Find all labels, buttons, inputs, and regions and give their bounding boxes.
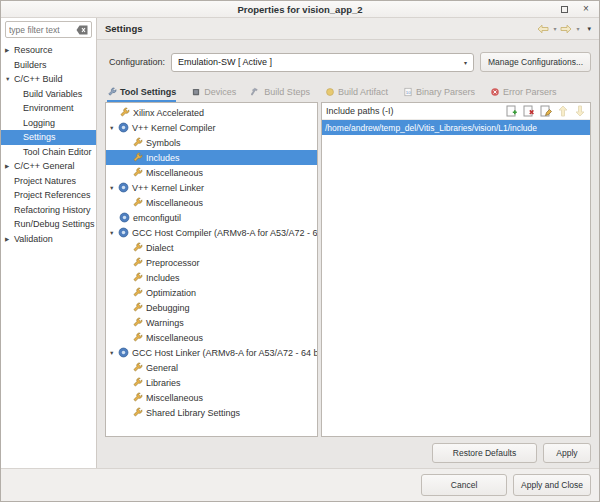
expander-expanded-icon[interactable]: ▼ [109, 125, 118, 131]
sidebar-item-cpp-build[interactable]: ▼C/C++ Build [1, 72, 96, 87]
sidebar-item-project-natures[interactable]: Project Natures [1, 174, 96, 189]
view-menu-icon[interactable]: ▾ [587, 25, 591, 33]
apply-and-close-button[interactable]: Apply and Close [513, 474, 591, 496]
tree-item-gcc-includes[interactable]: Includes [106, 270, 317, 285]
tree-item-emconfigutil[interactable]: emconfigutil [106, 210, 317, 225]
close-icon[interactable]: × [581, 4, 591, 14]
tree-item-preprocessor[interactable]: Preprocessor [106, 255, 317, 270]
sidebar-item-builders[interactable]: Builders [1, 58, 96, 73]
forward-menu-icon[interactable]: ▾ [576, 25, 579, 32]
tool-icon [119, 212, 130, 223]
move-up-icon[interactable] [557, 105, 569, 117]
tab-binary-parsers[interactable]: 10 Binary Parsers [403, 83, 475, 102]
tree-item-general[interactable]: General [106, 360, 317, 375]
wrench-icon [132, 377, 143, 388]
tool-icon [118, 182, 129, 193]
tree-item-optimization[interactable]: Optimization [106, 285, 317, 300]
svg-text:10: 10 [406, 89, 411, 94]
wrench-icon [132, 317, 143, 328]
clear-filter-icon[interactable] [76, 24, 88, 36]
wrench-icon [132, 272, 143, 283]
add-path-icon[interactable] [506, 105, 518, 117]
restore-defaults-button[interactable]: Restore Defaults [432, 443, 537, 463]
expander-collapsed-icon[interactable]: ▶ [5, 163, 14, 169]
tree-item-gcc-host-compiler[interactable]: ▼GCC Host Compiler (ARMv8-A for A53/A72 … [106, 225, 317, 240]
error-icon [490, 87, 500, 97]
expander-expanded-icon[interactable]: ▼ [109, 230, 118, 236]
tree-item-miscellaneous-compiler[interactable]: Miscellaneous [106, 165, 317, 180]
page-title: Settings [105, 23, 537, 34]
tree-item-includes[interactable]: Includes [106, 150, 317, 165]
wrench-icon [132, 287, 143, 298]
sidebar-item-tool-chain-editor[interactable]: Tool Chain Editor [1, 145, 96, 160]
move-down-icon[interactable] [574, 105, 586, 117]
wrench-icon [107, 87, 117, 97]
wrench-icon [132, 302, 143, 313]
include-paths-panel: Include paths (-I) /home/andrew/temp_del… [321, 102, 591, 437]
tree-item-debugging[interactable]: Debugging [106, 300, 317, 315]
sidebar-item-logging[interactable]: Logging [1, 116, 96, 131]
tool-icon [118, 122, 129, 133]
sidebar-item-cpp-general[interactable]: ▶C/C++ General [1, 159, 96, 174]
wrench-icon [132, 152, 143, 163]
tab-error-parsers[interactable]: Error Parsers [490, 83, 557, 102]
tree-item-shared-library-settings[interactable]: Shared Library Settings [106, 405, 317, 420]
dialog-footer: Cancel Apply and Close [1, 468, 599, 501]
window-title: Properties for vision_app_2 [1, 4, 599, 15]
tree-item-symbols[interactable]: Symbols [106, 135, 317, 150]
configuration-label: Configuration: [109, 57, 165, 67]
sidebar-item-project-references[interactable]: Project References [1, 188, 96, 203]
wrench-icon [132, 332, 143, 343]
tree-item-xilinx-accelerated[interactable]: Xilinx Accelerated [106, 105, 317, 120]
cancel-button[interactable]: Cancel [421, 474, 507, 496]
expander-expanded-icon[interactable]: ▼ [109, 350, 118, 356]
sidebar-item-settings[interactable]: Settings [1, 130, 96, 145]
tree-item-dialect[interactable]: Dialect [106, 240, 317, 255]
edit-path-icon[interactable] [540, 105, 552, 117]
titlebar: Properties for vision_app_2 × [1, 1, 599, 18]
forward-icon[interactable] [560, 23, 572, 35]
tab-build-artifact[interactable]: Build Artifact [325, 83, 388, 102]
expander-expanded-icon[interactable]: ▼ [5, 76, 14, 82]
page-header: Settings ▾ ▾ ▾ [97, 18, 599, 40]
tab-build-steps[interactable]: Build Steps [251, 83, 310, 102]
back-icon[interactable] [537, 23, 549, 35]
expander-expanded-icon[interactable]: ▼ [109, 185, 118, 191]
wrench-icon [132, 137, 143, 148]
tree-item-gcc-host-linker[interactable]: ▼GCC Host Linker (ARMv8-A for A53/A72 - … [106, 345, 317, 360]
wrench-icon [119, 107, 130, 118]
sidebar-item-environment[interactable]: Environment [1, 101, 96, 116]
tree-item-gcc-miscellaneous[interactable]: Miscellaneous [106, 330, 317, 345]
filter-input[interactable] [9, 25, 76, 35]
tree-item-vpp-kernel-linker[interactable]: ▼V++ Kernel Linker [106, 180, 317, 195]
back-menu-icon[interactable]: ▾ [553, 25, 556, 32]
configuration-select[interactable]: Emulation-SW [ Active ] ▾ [171, 53, 474, 72]
expander-collapsed-icon[interactable]: ▶ [5, 236, 14, 242]
expander-collapsed-icon[interactable]: ▶ [5, 47, 14, 53]
sidebar-item-build-variables[interactable]: Build Variables [1, 87, 96, 102]
apply-button[interactable]: Apply [543, 443, 591, 463]
include-paths-list: /home/andrew/temp_del/Vitis_Libraries/vi… [322, 120, 590, 436]
properties-dialog: Properties for vision_app_2 × ▶Resource … [0, 0, 600, 502]
tool-icon [118, 227, 129, 238]
tree-item-linker-miscellaneous[interactable]: Miscellaneous [106, 390, 317, 405]
delete-path-icon[interactable] [523, 105, 535, 117]
artifact-icon [325, 87, 335, 97]
maximize-icon[interactable] [559, 4, 569, 14]
sidebar-item-validation[interactable]: ▶Validation [1, 232, 96, 247]
tab-devices[interactable]: Devices [191, 83, 236, 102]
sidebar-item-refactoring-history[interactable]: Refactoring History [1, 203, 96, 218]
tree-item-miscellaneous-linker[interactable]: Miscellaneous [106, 195, 317, 210]
chevron-down-icon: ▾ [464, 59, 467, 66]
sidebar-item-run-debug-settings[interactable]: Run/Debug Settings [1, 217, 96, 232]
tree-item-vpp-kernel-compiler[interactable]: ▼V++ Kernel Compiler [106, 120, 317, 135]
wrench-icon [132, 362, 143, 373]
tree-item-warnings[interactable]: Warnings [106, 315, 317, 330]
sidebar-item-resource[interactable]: ▶Resource [1, 43, 96, 58]
include-path-item[interactable]: /home/andrew/temp_del/Vitis_Libraries/vi… [322, 120, 590, 135]
tab-tool-settings[interactable]: Tool Settings [107, 83, 176, 102]
tree-item-libraries[interactable]: Libraries [106, 375, 317, 390]
manage-configurations-button[interactable]: Manage Configurations... [480, 52, 591, 72]
device-icon [191, 87, 201, 97]
wrench-icon [132, 392, 143, 403]
